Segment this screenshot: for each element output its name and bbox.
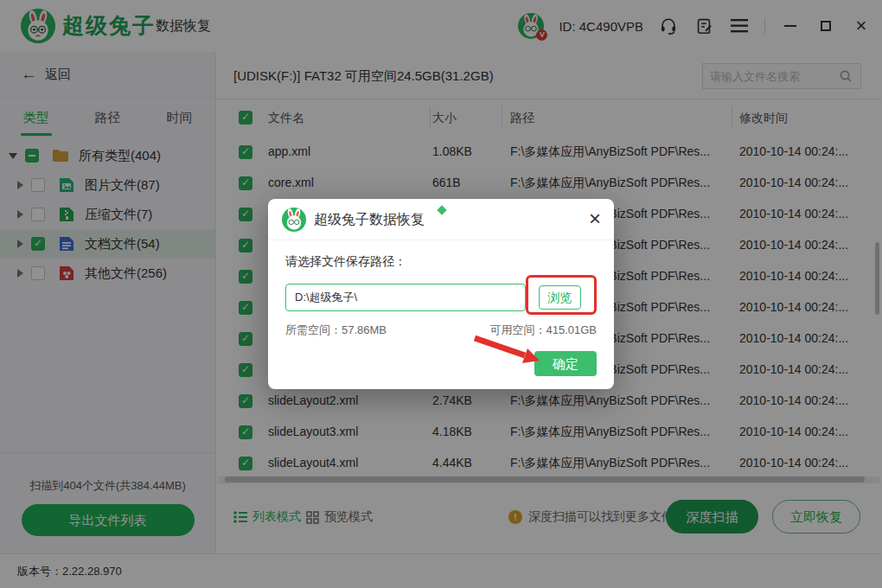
dialog-rabbit-logo-icon [282, 208, 306, 232]
dialog-title: 超级兔子数据恢复 [314, 211, 425, 229]
dialog-close-button[interactable]: × [589, 208, 601, 230]
required-space: 所需空间：57.86MB [285, 323, 387, 338]
annotation-highlight-rect [526, 275, 597, 315]
app-window: 超级兔子 数据恢复 V ID: 4C490VPB [0, 0, 882, 588]
save-path-label: 请选择文件保存路径： [285, 254, 406, 270]
available-space: 可用空间：415.01GB [489, 323, 597, 338]
dialog-header: 超级兔子数据恢复 × [268, 199, 614, 240]
confirm-button[interactable]: 确定 [534, 351, 597, 376]
diamond-decoration [437, 205, 446, 214]
save-path-input[interactable] [285, 284, 526, 311]
space-info-row: 所需空间：57.86MB 可用空间：415.01GB [285, 323, 597, 338]
